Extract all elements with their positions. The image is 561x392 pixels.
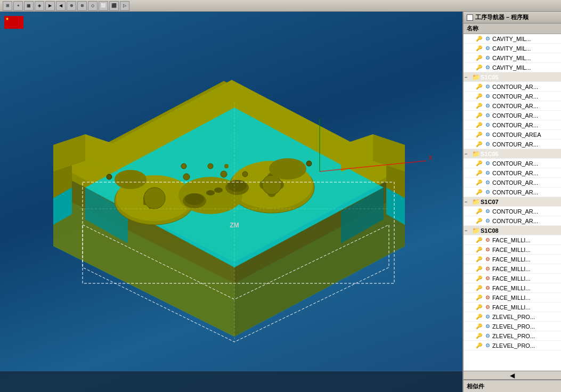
tree-item-contour-c[interactable]: 🔑 ⚙ CONTOUR_AR... [464, 159, 561, 168]
tree-item-contour-g[interactable]: 🔑 ⚙ CONTOUR_AR... [464, 207, 561, 216]
tree-item-face5[interactable]: 🔑 ⚙ FACE_MILLI... [464, 274, 561, 283]
tree-group-s1c08[interactable]: − 📁 S1C08 [464, 226, 561, 235]
tree-item-cavity4[interactable]: 🔑 ⚙ CAVITY_MIL... [464, 63, 561, 72]
toolbar-icon-1[interactable]: ⊞ [3, 1, 12, 11]
tree-item-contour-e[interactable]: 🔑 ⚙ CONTOUR_AR... [464, 178, 561, 187]
toolbar: ⊞ ⌖ ▦ ◈ ▶ ◀ ⊕ ⊗ ◇ ⬜ ⬛ ▷ [0, 0, 561, 12]
tree-item-contour5[interactable]: 🔑 ⚙ CONTOUR_AR... [464, 120, 561, 130]
3d-model: ZM X [0, 22, 458, 358]
tree-item-face6[interactable]: 🔑 ⚙ FACE_MILLI... [464, 283, 561, 293]
svg-point-32 [227, 180, 247, 192]
tree-group-s1c05[interactable]: − 📁 S1C05 [464, 72, 561, 82]
mill-icon: ⚙ [484, 35, 491, 43]
svg-point-36 [269, 158, 306, 179]
toolbar-icon-11[interactable]: ⬛ [109, 1, 119, 11]
collapse-icon[interactable]: − [465, 75, 470, 80]
tree-container[interactable]: 🔑 ⚙ CAVITY_MIL... 🔑 ⚙ CAVITY_MIL... 🔑 ⚙ … [464, 34, 561, 371]
key-icon: 🔑 [475, 189, 483, 196]
tree-item-contour1[interactable]: 🔑 ⚙ CONTOUR_AR... [464, 82, 561, 92]
toolbar-icon-5[interactable]: ▶ [45, 1, 55, 11]
item-label: CONTOUR_AR... [492, 93, 560, 100]
tree-item-contour2[interactable]: 🔑 ⚙ CONTOUR_AR... [464, 92, 561, 101]
3d-viewport[interactable]: ★ [0, 12, 462, 392]
zlevel-icon: ⚙ [484, 313, 491, 321]
face-mill-icon: ⚙ [484, 304, 491, 311]
item-label: FACE_MILLI... [492, 285, 560, 291]
tree-item-zlevel3[interactable]: 🔑 ⚙ ZLEVEL_PRO... [464, 331, 561, 341]
tree-item-contour4[interactable]: 🔑 ⚙ CONTOUR_AR... [464, 111, 561, 120]
panel-title: 工序导航器 – 程序顺 [475, 13, 529, 21]
key-icon: 🔑 [475, 141, 483, 148]
tree-item-contour3[interactable]: 🔑 ⚙ CONTOUR_AR... [464, 101, 561, 111]
toolbar-icon-7[interactable]: ⊕ [67, 1, 76, 11]
item-label: FACE_MILLI... [492, 256, 560, 263]
tree-item-face7[interactable]: 🔑 ⚙ FACE_MILLI... [464, 293, 561, 303]
contour-icon: ⚙ [484, 217, 491, 225]
key-icon: 🔑 [475, 169, 483, 177]
contour-icon: ⚙ [484, 83, 491, 91]
item-label: CONTOUR_AR... [492, 208, 560, 215]
collapse-icon[interactable]: − [465, 228, 470, 233]
toolbar-icon-4[interactable]: ◈ [35, 1, 44, 11]
key-icon: 🔑 [475, 112, 483, 119]
zlevel-icon: ⚙ [484, 332, 491, 340]
scroll-left-button[interactable]: ◀ [464, 371, 561, 379]
tree-item-cavity2[interactable]: 🔑 ⚙ CAVITY_MIL... [464, 44, 561, 53]
key-icon: 🔑 [475, 294, 483, 301]
tree-item-zlevel2[interactable]: 🔑 ⚙ ZLEVEL_PRO... [464, 322, 561, 331]
item-label: CONTOUR_AREA [492, 132, 560, 138]
zlevel-icon: ⚙ [484, 323, 491, 330]
key-icon: 🔑 [475, 93, 483, 100]
item-label: ZLEVEL_PRO... [492, 333, 560, 339]
svg-point-35 [115, 170, 147, 189]
right-panel: 工序导航器 – 程序顺 名称 🔑 ⚙ CAVITY_MIL... 🔑 ⚙ CAV… [462, 12, 561, 392]
item-label: ZLEVEL_PRO... [492, 314, 560, 320]
key-icon: 🔑 [475, 83, 483, 91]
tree-item-zlevel1[interactable]: 🔑 ⚙ ZLEVEL_PRO... [464, 312, 561, 322]
tree-item-zlevel4[interactable]: 🔑 ⚙ ZLEVEL_PRO... [464, 341, 561, 350]
item-label: CONTOUR_AR... [492, 170, 560, 176]
contour-icon: ⚙ [484, 141, 491, 148]
tree-item-face2[interactable]: 🔑 ⚙ FACE_MILLI... [464, 245, 561, 255]
mill-icon: ⚙ [484, 64, 491, 71]
item-label: FACE_MILLI... [492, 266, 560, 272]
toolbar-icon-3[interactable]: ▦ [24, 1, 34, 11]
group-label: S1C07 [481, 199, 560, 205]
toolbar-icon-2[interactable]: ⌖ [13, 1, 23, 11]
tree-group-s1c06[interactable]: − 📁 S1C06 [464, 149, 561, 159]
tree-item-face8[interactable]: 🔑 ⚙ FACE_MILLI... [464, 303, 561, 312]
key-icon: 🔑 [475, 236, 483, 244]
tree-item-contour-d[interactable]: 🔑 ⚙ CONTOUR_AR... [464, 168, 561, 178]
face-mill-icon: ⚙ [484, 294, 491, 301]
tree-item-face3[interactable]: 🔑 ⚙ FACE_MILLI... [464, 255, 561, 264]
toolbar-icon-8[interactable]: ⊗ [77, 1, 87, 11]
key-icon: 🔑 [475, 246, 483, 254]
tree-item-contour7[interactable]: 🔑 ⚙ CONTOUR_AR... [464, 140, 561, 149]
tree-item-face1[interactable]: 🔑 ⚙ FACE_MILLI... [464, 235, 561, 245]
contour-icon: ⚙ [484, 131, 491, 138]
collapse-icon[interactable]: − [465, 199, 470, 205]
face-mill-icon: ⚙ [484, 256, 491, 263]
tree-item-cavity3[interactable]: 🔑 ⚙ CAVITY_MIL... [464, 53, 561, 63]
svg-point-41 [181, 164, 186, 169]
main-layout: ★ [0, 12, 561, 392]
toolbar-icon-6[interactable]: ◀ [56, 1, 66, 11]
toolbar-icon-9[interactable]: ◇ [88, 1, 97, 11]
key-icon: 🔑 [475, 323, 483, 330]
tree-item-contour-h[interactable]: 🔑 ⚙ CONTOUR_AR... [464, 216, 561, 226]
item-label: FACE_MILLI... [492, 275, 560, 282]
tree-item-contour6[interactable]: 🔑 ⚙ CONTOUR_AREA [464, 130, 561, 140]
collapse-icon[interactable]: − [465, 151, 470, 157]
tree-item-face4[interactable]: 🔑 ⚙ FACE_MILLI... [464, 264, 561, 274]
key-icon: 🔑 [475, 121, 483, 129]
item-label: CAVITY_MIL... [492, 55, 560, 61]
panel-window-icon [467, 14, 473, 21]
item-label: CONTOUR_AR... [492, 122, 560, 128]
svg-point-37 [183, 174, 190, 180]
toolbar-icon-12[interactable]: ▷ [120, 1, 129, 11]
toolbar-icon-10[interactable]: ⬜ [99, 1, 108, 11]
tree-group-s1c07[interactable]: − 📁 S1C07 [464, 197, 561, 207]
tree-item-contour-f[interactable]: 🔑 ⚙ CONTOUR_AR... [464, 187, 561, 197]
item-label: FACE_MILLI... [492, 304, 560, 311]
tree-item-cavity1[interactable]: 🔑 ⚙ CAVITY_MIL... [464, 34, 561, 44]
